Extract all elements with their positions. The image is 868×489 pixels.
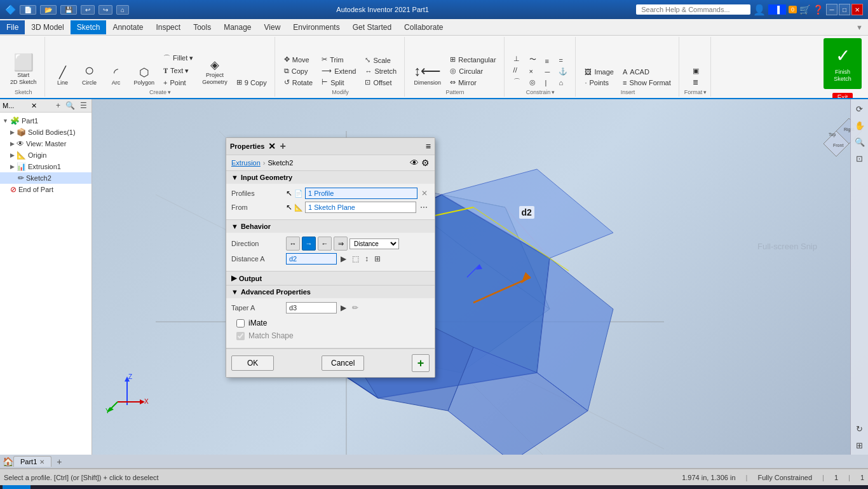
from-more-btn[interactable]: ⋯ [418,202,430,212]
menu-environments[interactable]: Environments [287,20,346,34]
home-tab-icon[interactable]: 🏠 [3,457,13,467]
image-btn[interactable]: 🖼 Image [581,67,618,77]
sidebar-item-extrusion1[interactable]: ▶ 📊 Extrusion1 [0,161,92,172]
taskbar-app-store[interactable]: 🛍 [234,486,259,489]
match-shape-checkbox[interactable] [236,332,245,340]
maximize-btn[interactable]: □ [839,4,850,15]
fix-btn[interactable]: ⚓ [555,66,571,77]
collinear-btn[interactable]: ≡ [541,56,554,66]
points-btn[interactable]: · Points [581,78,618,88]
output-header[interactable]: ▶ Output [226,272,435,285]
taskbar-app-office[interactable]: 📊 [374,486,399,489]
point-btn[interactable]: + Point [159,78,197,88]
menu-manage[interactable]: Manage [217,20,257,34]
ok-button[interactable]: OK [231,355,274,371]
circle-btn[interactable]: ○ Circle [77,60,102,88]
create-expand-icon[interactable]: ▾ [168,89,171,95]
copy-btn[interactable]: ⧉ Copy [280,65,316,76]
panel-close-btn[interactable]: ✕ [268,141,276,151]
cancel-button[interactable]: Cancel [322,355,364,371]
smooth-btn[interactable]: 〜 [526,53,540,65]
cart-icon[interactable]: 🛒 [799,4,810,15]
taskbar-app-inventor[interactable]: Ⅰ [318,486,343,489]
taper-a-input[interactable] [286,302,337,313]
search-commands-input[interactable] [636,4,750,15]
move-btn[interactable]: ✥ Move [280,54,316,65]
sym-btn[interactable]: ⌂ [555,78,571,88]
rectangular-btn[interactable]: ⊞ Rectangular [446,54,499,65]
menu-inspect[interactable]: Inspect [149,20,187,34]
circular-btn[interactable]: ◎ Circular [446,65,499,76]
start-button[interactable]: ⊞ [3,485,31,489]
stretch-btn[interactable]: ↔ Stretch [361,66,400,76]
horizontal-btn[interactable]: ─ [541,67,554,77]
profile-select-icon[interactable]: ↖ [286,189,292,198]
line-btn[interactable]: ╱ Line [50,65,76,88]
split-btn[interactable]: ⊢ Split [318,77,360,88]
finish-sketch-btn[interactable]: ✓ FinishSketch [824,38,862,89]
trim-btn[interactable]: ✂ Trim [318,54,360,65]
sidebar-item-origin[interactable]: ▶ 📐 Origin [0,149,92,161]
help-icon[interactable]: ❓ [813,4,824,15]
project-geometry-btn[interactable]: ◈ ProjectGeometry [198,57,231,88]
direction-btn-both[interactable]: ↔ [286,237,300,251]
sidebar-item-sketch2[interactable]: ✏ Sketch2 [0,172,92,184]
pan-btn[interactable]: ✋ [853,118,867,132]
fit-btn[interactable]: ⊡ [853,151,867,165]
sidebar-search-btn[interactable]: 🔍 [64,100,77,111]
taskbar-app-media[interactable]: ▶ [290,486,315,489]
taskbar-app-photos[interactable]: 🖼 [262,486,287,489]
sidebar-close-icon[interactable]: ✕ [31,102,37,110]
show-format-btn[interactable]: ≡ Show Format [619,78,675,88]
settings-icon[interactable]: ⚙ [421,158,430,168]
coincident-btn[interactable]: × [526,66,540,76]
imate-checkbox[interactable] [236,319,245,327]
sidebar-item-view-master[interactable]: ▶ 👁 View: Master [0,138,92,149]
part1-tab[interactable]: Part1 ✕ [13,456,51,467]
viewport[interactable]: d2 Full-screen Snip Z X Y [92,99,868,455]
dimension-btn[interactable]: ↕⟵ Dimension [410,62,445,88]
advanced-header[interactable]: ▼ Advanced Properties [226,286,435,298]
sidebar-add-btn[interactable]: + [54,100,62,111]
taskbar-app-chrome[interactable]: 🔴 [402,486,427,489]
mirror-btn[interactable]: ⇔ Mirror [446,77,499,88]
taskbar-app-edge[interactable]: 🌐 [178,486,203,489]
direction-btn-asymmetric[interactable]: ⇒ [334,237,348,251]
quick-access-open[interactable]: 📂 [40,5,57,15]
taper-a-arrow-btn[interactable]: ▶ [339,303,348,313]
view-cube[interactable]: Front Right Top [811,112,849,150]
quick-access-undo[interactable]: ↩ [81,5,95,15]
panel-add-tab-btn[interactable]: + [280,141,285,152]
acad-btn[interactable]: A ACAD [619,67,675,77]
exit-btn[interactable]: Exit [832,93,853,99]
parallel-btn[interactable]: // [510,65,524,75]
from-select-icon[interactable]: ↖ [286,203,292,212]
direction-dropdown[interactable]: Distance To Through All [349,238,399,249]
scale-btn[interactable]: ⤡ Scale [361,55,400,65]
minimize-btn[interactable]: ─ [826,4,837,15]
add-tab-btn[interactable]: + [51,455,67,468]
concentric-btn[interactable]: ◎ [526,77,540,88]
distance-a-flip-btn[interactable]: ⊞ [372,254,383,264]
constrain-expand-icon[interactable]: ▾ [552,89,555,95]
input-geometry-header[interactable]: ▼ Input Geometry [226,171,435,184]
extend-btn[interactable]: ⟶ Extend [318,65,360,76]
visibility-icon[interactable]: 👁 [410,158,419,168]
sidebar-item-part1[interactable]: ▼ 🧩 Part1 [0,115,92,127]
menu-collaborate[interactable]: Collaborate [398,20,449,34]
format-btn1[interactable]: ▣ [689,65,703,76]
quick-access-return[interactable]: ⌂ [116,5,129,15]
quick-access-redo[interactable]: ↪ [98,5,112,15]
polygon-btn[interactable]: ⬡ Polygon [130,65,159,88]
menu-annotate[interactable]: Annotate [106,20,149,34]
arc-btn[interactable]: ◜ Arc [104,65,129,88]
tangent-btn[interactable]: ⌒ [510,76,524,88]
menu-file[interactable]: File [0,20,25,34]
profiles-input[interactable]: 1 Profile [305,188,417,199]
taskbar-app-explorer[interactable]: 📁 [206,486,231,489]
distance-a-input[interactable] [286,253,337,265]
menu-sketch[interactable]: Sketch [71,20,107,34]
sidebar-menu-btn[interactable]: ☰ [78,100,89,111]
sidebar-item-end-of-part[interactable]: ⊘ End of Part [0,184,92,195]
profiles-clear-btn[interactable]: ✕ [419,188,430,198]
